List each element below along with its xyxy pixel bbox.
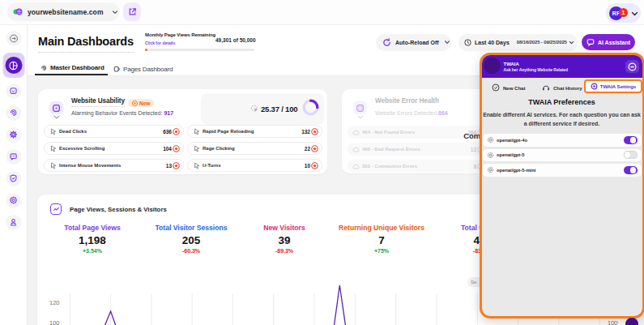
svg-text:120: 120 — [49, 299, 60, 306]
svg-text:100: 100 — [608, 319, 618, 325]
svg-text:100: 100 — [49, 319, 60, 325]
